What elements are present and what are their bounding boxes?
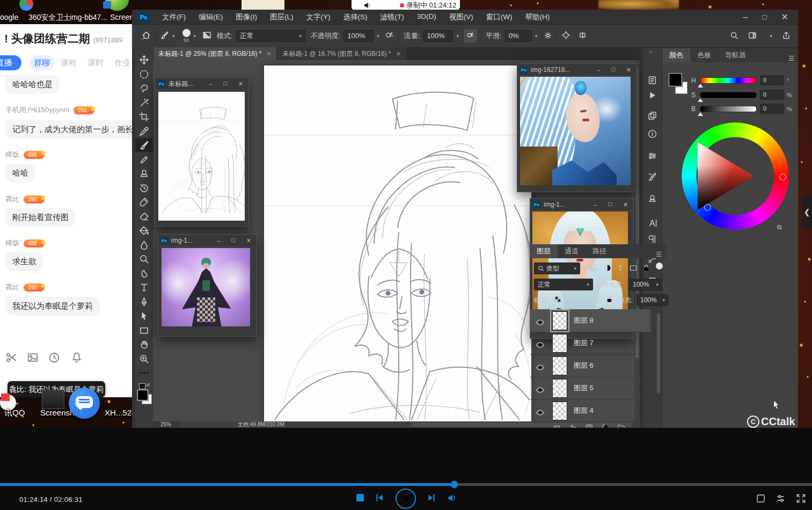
sb-marker[interactable] [704, 204, 711, 211]
image-icon[interactable] [27, 352, 39, 363]
slider-thumb[interactable] [698, 96, 703, 102]
notes-button[interactable] [756, 493, 766, 506]
document-tab-1[interactable]: 未标题-1 @ 16.7% (图层 8, RGB/16) *✕ [277, 47, 406, 60]
slider-track[interactable] [700, 92, 757, 98]
panel-menu-icon[interactable]: ☰ [656, 251, 662, 258]
maximize-icon[interactable]: ▢ [762, 13, 767, 20]
flow-select[interactable]: 100% [423, 30, 453, 42]
layer-thumbnail[interactable] [552, 402, 567, 420]
type-tool[interactable] [139, 282, 149, 293]
layer-row-图层 5[interactable]: 图层 5 [530, 377, 650, 400]
eye-icon[interactable] [536, 385, 545, 391]
ps-menu-item-5[interactable]: 选择(S) [343, 12, 368, 22]
slider-track[interactable] [700, 77, 757, 84]
color-wheel[interactable] [682, 122, 789, 230]
progress-handle[interactable] [451, 481, 458, 488]
lock-move-icon[interactable] [580, 295, 588, 305]
fill-select[interactable]: 100%▾ [637, 294, 669, 306]
desktop-icon-label[interactable]: oogle [0, 13, 18, 21]
lock-artboard-icon[interactable] [592, 295, 601, 305]
ps-menu-item-2[interactable]: 图像(I) [236, 12, 257, 22]
progress-bar[interactable] [0, 483, 812, 486]
filter-type-icon[interactable] [616, 264, 625, 274]
layer-opacity-select[interactable]: 100%▾ [629, 279, 662, 290]
eyedropper-tool[interactable] [139, 126, 149, 136]
layer-thumbnail[interactable] [552, 311, 567, 330]
smoothing-select[interactable]: 0% [505, 30, 532, 42]
layer-thumbnail[interactable] [552, 356, 567, 375]
floating-window-sketch[interactable]: Ps未标题... –▢✕ [155, 77, 249, 227]
minimize-icon[interactable]: – [209, 81, 212, 88]
main-canvas[interactable] [264, 65, 531, 421]
desktop-icon-label[interactable]: 讯QQ [4, 408, 25, 418]
eye-icon[interactable] [536, 340, 545, 346]
marquee-tool[interactable] [139, 69, 149, 79]
panel-tab-色板[interactable]: 色板 [690, 48, 718, 62]
layer-thumbnail[interactable] [552, 334, 567, 353]
maximize-icon[interactable]: ▢ [608, 201, 612, 208]
volume-button[interactable] [447, 493, 457, 505]
ps-menu-item-7[interactable]: 3D(D) [417, 12, 436, 22]
airbrush-toggle-icon[interactable] [464, 30, 477, 42]
panel-tab-路径[interactable]: 路径 [586, 244, 613, 258]
layer-row-图层 6[interactable]: 图层 6 [530, 354, 650, 377]
eye-icon[interactable] [536, 363, 545, 369]
fullscreen-button[interactable] [796, 493, 806, 506]
paragraph-panel-icon[interactable] [647, 234, 657, 244]
floating-window-blue-ref[interactable]: Psimg-162718... –▢✕ [517, 63, 637, 192]
filter-image-icon[interactable] [589, 264, 597, 274]
play-button[interactable] [396, 489, 416, 509]
slider-value[interactable]: 0 [760, 90, 784, 100]
minimize-icon[interactable]: – [743, 12, 748, 22]
info-panel-icon[interactable] [647, 129, 657, 139]
close-icon[interactable]: ✕ [396, 50, 401, 57]
new-adjustment-icon[interactable] [601, 423, 609, 428]
path-select-tool[interactable] [139, 311, 149, 321]
history-panel-icon[interactable] [647, 75, 657, 85]
paint-bucket-tool[interactable] [139, 225, 149, 236]
chat-tab-0[interactable]: 直播 [0, 55, 21, 70]
opacity-select[interactable]: 100% [343, 30, 374, 42]
desktop-icon-label[interactable]: Screen [110, 13, 134, 21]
brush-tool[interactable] [135, 138, 153, 152]
filter-toggle[interactable] [656, 263, 663, 269]
horizontal-scrollbar[interactable] [411, 422, 632, 427]
share-icon[interactable] [782, 31, 791, 41]
mixer-brush-tool[interactable] [139, 197, 149, 207]
chat-bubble-app-icon[interactable] [69, 388, 100, 419]
eye-icon[interactable] [536, 408, 545, 414]
brush-settings-panel-icon[interactable] [647, 172, 657, 182]
symmetry-icon[interactable] [578, 31, 587, 41]
ps-menu-item-3[interactable]: 图层(L) [270, 12, 294, 22]
ps-menu-item-6[interactable]: 滤镜(T) [381, 12, 404, 22]
search-icon[interactable] [730, 31, 738, 41]
ps-menu-item-1[interactable]: 编辑(E) [199, 12, 223, 22]
slider-value[interactable]: 0 [760, 104, 784, 114]
clock-icon[interactable] [48, 352, 60, 363]
stop-button[interactable] [356, 494, 364, 501]
minimize-icon[interactable]: – [594, 201, 597, 208]
history-brush-tool[interactable] [139, 183, 149, 193]
opacity-pressure-icon[interactable] [385, 31, 394, 41]
add-mask-icon[interactable] [585, 423, 593, 428]
maximize-icon[interactable]: ▢ [223, 81, 228, 88]
more-tools[interactable] [139, 368, 149, 378]
slider-track[interactable] [700, 106, 757, 112]
settings-button[interactable] [776, 493, 786, 506]
dodge-tool[interactable] [139, 254, 149, 264]
foreground-color-swatch[interactable] [137, 390, 148, 400]
layer-row-图层 7[interactable]: 图层 7 [530, 332, 650, 355]
eraser-tool[interactable] [139, 212, 149, 222]
properties-panel-icon[interactable] [647, 151, 657, 161]
close-icon[interactable]: ✕ [781, 12, 788, 22]
lock-transparent-icon[interactable] [554, 295, 562, 305]
eye-icon[interactable] [536, 318, 545, 324]
close-icon[interactable]: ✕ [266, 50, 271, 57]
clone-source-panel-icon[interactable] [647, 194, 657, 204]
blend-mode-select[interactable]: 正常▾ [534, 279, 593, 290]
filter-shape-icon[interactable] [629, 264, 638, 274]
pencil-tool[interactable] [139, 155, 149, 165]
previous-button[interactable] [375, 493, 384, 505]
actions-panel-icon[interactable] [647, 90, 657, 100]
slider-value[interactable]: 0 [760, 75, 784, 85]
